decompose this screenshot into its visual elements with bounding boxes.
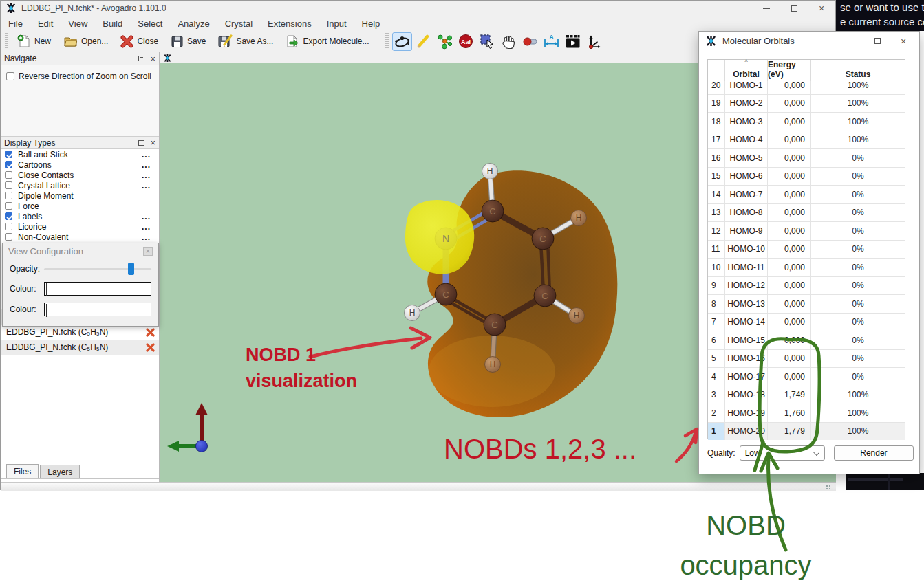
reverse-zoom-checkbox[interactable] (6, 72, 14, 80)
toolbar-grip[interactable] (5, 33, 8, 50)
animation-tool-button[interactable] (563, 32, 583, 51)
maximize-button[interactable] (780, 1, 808, 16)
float-panel-icon[interactable] (138, 56, 144, 61)
measure-tool-button[interactable]: A (541, 32, 561, 51)
render-button[interactable]: Render (834, 446, 914, 461)
mo-maximize-button[interactable] (864, 33, 890, 50)
display-type-checkbox[interactable] (5, 192, 12, 199)
orbital-table-row[interactable]: 2 HOMO-19 1,760 100% (708, 404, 905, 422)
display-type-checkbox[interactable] (5, 212, 12, 220)
close-panel-icon[interactable]: × (150, 138, 155, 147)
orbital-table-row[interactable]: 11 HOMO-10 0,000 0% (708, 240, 905, 258)
opacity-slider[interactable] (44, 263, 151, 275)
navigate-tool-button[interactable] (392, 32, 412, 51)
display-type-checkbox[interactable] (5, 233, 12, 241)
orbital-table-row[interactable]: 7 HOMO-14 0,000 0% (708, 313, 905, 331)
dock-tab[interactable]: Layers (40, 465, 80, 478)
auto-optimize-tool-button[interactable] (435, 32, 455, 51)
open-button[interactable]: Open... (57, 32, 114, 51)
menu-item[interactable]: View (61, 19, 95, 29)
menu-item[interactable]: Build (95, 19, 130, 29)
remove-file-icon[interactable] (146, 343, 155, 352)
resize-grip[interactable] (826, 485, 832, 490)
menu-item[interactable]: Analyze (170, 19, 217, 29)
orbital-column-header[interactable]: ^Orbital (725, 60, 768, 81)
minimize-button[interactable] (753, 1, 780, 16)
quality-select[interactable]: Low (740, 446, 825, 461)
display-type-options-icon[interactable]: ... (142, 170, 151, 180)
axes-tool-button[interactable] (584, 32, 604, 51)
display-type-checkbox[interactable] (5, 182, 12, 189)
file-list-item[interactable]: EDDBG_PI_N.fchk (C₅H₅N) (1, 340, 159, 355)
save-as-button[interactable]: Save As... (212, 32, 279, 51)
display-type-options-icon[interactable]: ... (142, 160, 151, 170)
orbital-table-row[interactable]: 16 HOMO-5 0,000 0% (708, 148, 905, 167)
file-list-item[interactable]: EDDBG_PI_N.fchk (C₅H₅N) (1, 324, 159, 340)
close-file-button[interactable]: Close (114, 32, 164, 51)
orbital-table-row[interactable]: 1 HOMO-20 1,779 100% (708, 422, 905, 441)
orbital-table-row[interactable]: 9 HOMO-12 0,000 0% (708, 276, 905, 295)
display-type-row[interactable]: Non-Covalent ... (1, 232, 159, 242)
orbital-table-row[interactable]: 8 HOMO-13 0,000 0% (708, 294, 905, 313)
new-button[interactable]: New (11, 32, 57, 51)
orbital-table-row[interactable]: 5 HOMO-16 0,000 0% (708, 349, 905, 368)
colour1-picker[interactable] (44, 282, 151, 296)
menu-item[interactable]: Help (354, 19, 388, 29)
display-type-row[interactable]: Dipole Moment ... (1, 190, 159, 201)
mo-close-button[interactable]: × (890, 33, 916, 50)
display-type-row[interactable]: Licorice ... (1, 221, 159, 232)
display-type-row[interactable]: Cartoons ... (1, 160, 159, 170)
orbital-table-row[interactable]: 14 HOMO-7 0,000 0% (708, 185, 905, 204)
energy-column-header[interactable]: Energy (eV) (768, 60, 811, 81)
view-configuration-close-icon[interactable]: × (143, 247, 153, 256)
opacity-slider-handle[interactable] (128, 263, 134, 275)
orbital-table-row[interactable]: 6 HOMO-15 0,000 0% (708, 331, 905, 349)
menu-item[interactable]: Edit (30, 19, 61, 29)
bond-centric-tool-button[interactable] (520, 32, 540, 51)
orbital-table-row[interactable]: 17 HOMO-4 0,000 100% (708, 131, 905, 149)
display-type-row[interactable]: Force ... (1, 201, 159, 211)
mo-minimize-button[interactable] (838, 33, 864, 50)
orbital-table-row[interactable]: 12 HOMO-9 0,000 0% (708, 221, 905, 240)
display-type-options-icon[interactable]: ... (142, 212, 151, 221)
display-type-checkbox[interactable] (5, 223, 12, 230)
display-type-options-icon[interactable]: ... (142, 150, 151, 160)
colour2-picker[interactable] (44, 302, 151, 316)
orbital-table-row[interactable]: 18 HOMO-3 0,000 100% (708, 112, 905, 131)
select-tool-button[interactable] (477, 32, 497, 51)
menu-item[interactable]: Crystal (217, 19, 260, 29)
dock-tab[interactable]: Files (6, 464, 39, 478)
remove-file-icon[interactable] (146, 328, 155, 337)
orbital-table-row[interactable]: 10 HOMO-11 0,000 0% (708, 258, 905, 276)
save-button[interactable]: Save (164, 32, 212, 51)
orbital-table-row[interactable]: 19 HOMO-2 0,000 100% (708, 94, 905, 113)
display-type-options-icon[interactable]: ... (142, 232, 151, 242)
draw-tool-button[interactable] (413, 32, 433, 51)
display-type-checkbox[interactable] (5, 161, 12, 168)
menu-item[interactable]: Select (130, 19, 170, 29)
display-type-row[interactable]: Ball and Stick ... (1, 149, 159, 160)
display-type-checkbox[interactable] (5, 202, 12, 210)
display-type-row[interactable]: Labels ... (1, 211, 159, 221)
display-type-options-icon[interactable]: ... (142, 222, 151, 232)
close-panel-icon[interactable]: × (150, 54, 155, 63)
orbital-table-row[interactable]: 3 HOMO-18 1,749 100% (708, 386, 905, 404)
display-type-options-icon[interactable]: ... (142, 181, 151, 190)
label-tool-button[interactable]: AaI (456, 32, 476, 51)
display-type-row[interactable]: Close Contacts ... (1, 170, 159, 180)
orbital-table-row[interactable]: 13 HOMO-8 0,000 0% (708, 204, 905, 222)
status-column-header[interactable]: Status (811, 60, 905, 81)
export-molecule-button[interactable]: Export Molecule... (279, 32, 375, 51)
orbital-table-row[interactable]: 15 HOMO-6 0,000 0% (708, 167, 905, 186)
orbital-table-row[interactable]: 4 HOMO-17 0,000 0% (708, 367, 905, 386)
manipulate-tool-button[interactable] (499, 32, 519, 51)
toolbar-grip[interactable] (385, 33, 389, 50)
display-type-checkbox[interactable] (5, 171, 12, 179)
display-type-row[interactable]: Crystal Lattice ... (1, 180, 159, 190)
menu-item[interactable]: Input (319, 19, 354, 29)
display-type-checkbox[interactable] (5, 151, 12, 158)
float-panel-icon[interactable] (138, 140, 144, 146)
menu-item[interactable]: Extensions (260, 19, 319, 29)
close-button[interactable]: × (808, 1, 835, 16)
menu-item[interactable]: File (1, 19, 30, 29)
